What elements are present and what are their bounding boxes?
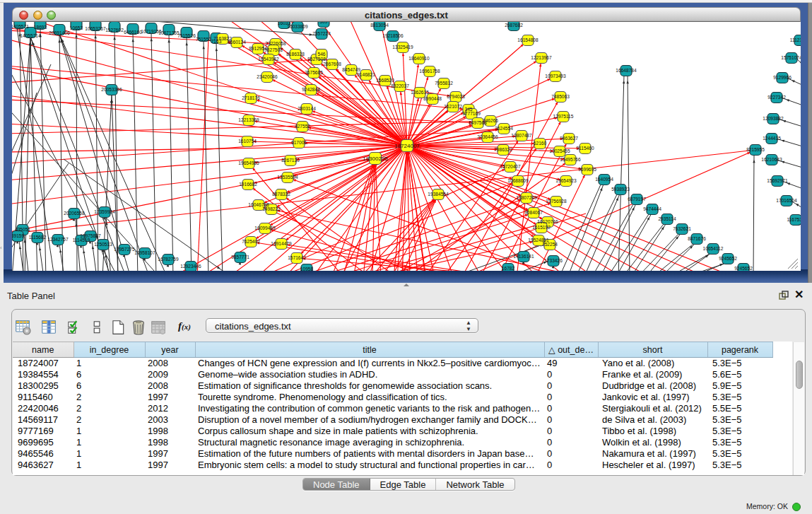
svg-text:9245652: 9245652: [719, 256, 737, 261]
svg-text:8267130: 8267130: [281, 158, 300, 163]
svg-text:16914479: 16914479: [271, 241, 292, 246]
svg-text:2867608: 2867608: [323, 62, 341, 66]
svg-text:19384554: 19384554: [428, 192, 449, 197]
svg-text:10671355: 10671355: [158, 30, 180, 35]
svg-text:8813054: 8813054: [370, 23, 389, 28]
svg-text:14136141: 14136141: [513, 254, 534, 259]
svg-text:1115682: 1115682: [29, 235, 47, 240]
svg-text:17016504: 17016504: [776, 198, 797, 203]
svg-text:6879197: 6879197: [628, 197, 646, 201]
svg-text:10958: 10958: [300, 267, 314, 271]
svg-text:10958107: 10958107: [134, 250, 155, 255]
svg-text:15751074: 15751074: [781, 55, 801, 60]
svg-text:10653: 10653: [70, 25, 83, 30]
svg-text:1167533: 1167533: [787, 217, 801, 222]
svg-text:1610754: 1610754: [238, 139, 257, 144]
svg-text:14055714: 14055714: [20, 33, 41, 38]
svg-text:9777169: 9777169: [462, 111, 481, 116]
svg-text:19756928: 19756928: [546, 199, 567, 204]
svg-text:7357224: 7357224: [312, 31, 331, 36]
svg-text:1621072: 1621072: [444, 104, 462, 109]
svg-text:1244415: 1244415: [763, 136, 781, 141]
svg-text:16099489: 16099489: [254, 226, 276, 230]
svg-text:7485063: 7485063: [551, 94, 570, 99]
svg-text:1114519: 1114519: [73, 238, 90, 243]
svg-text:435051: 435051: [15, 227, 30, 232]
svg-text:1640954: 1640954: [595, 177, 613, 182]
svg-text:6794028: 6794028: [447, 94, 465, 99]
svg-text:19218506: 19218506: [382, 33, 404, 38]
svg-text:16120746: 16120746: [537, 219, 558, 224]
svg-text:8322037: 8322037: [391, 83, 409, 88]
svg-text:546: 546: [317, 52, 325, 57]
svg-text:18300295: 18300295: [363, 156, 388, 162]
svg-text:18724007: 18724007: [394, 143, 420, 149]
svg-text:23420046: 23420046: [257, 74, 278, 79]
svg-text:1250513: 1250513: [94, 242, 112, 247]
svg-text:10654112: 10654112: [703, 246, 724, 251]
svg-text:8186328: 8186328: [286, 52, 305, 57]
svg-text:23226058: 23226058: [265, 41, 286, 46]
svg-text:3624554: 3624554: [495, 126, 513, 131]
svg-text:16782759: 16782759: [158, 257, 179, 262]
svg-text:8912954: 8912954: [249, 46, 267, 51]
svg-text:1615192: 1615192: [532, 225, 551, 230]
svg-text:746266: 746266: [483, 118, 498, 123]
svg-text:20691406: 20691406: [49, 30, 70, 35]
svg-text:3498222: 3498222: [262, 206, 281, 211]
svg-text:12093882: 12093882: [763, 116, 784, 121]
svg-text:16782: 16782: [502, 266, 515, 271]
svg-text:9463627: 9463627: [560, 136, 578, 141]
svg-text:9245652: 9245652: [734, 266, 753, 271]
svg-text:13325419: 13325419: [392, 45, 413, 49]
svg-text:15692971: 15692971: [767, 178, 788, 183]
svg-text:252254: 252254: [542, 242, 558, 247]
svg-text:39159: 39159: [12, 233, 24, 238]
svg-text:9242848: 9242848: [302, 87, 320, 92]
svg-text:2803144: 2803144: [298, 106, 316, 111]
svg-text:9699695: 9699695: [578, 167, 596, 172]
svg-text:8454749: 8454749: [342, 67, 360, 72]
svg-text:19654985: 19654985: [238, 160, 259, 165]
svg-text:427552: 427552: [295, 124, 310, 129]
svg-text:9129966: 9129966: [773, 75, 792, 80]
svg-text:10688609: 10688609: [507, 178, 529, 183]
svg-text:16648784: 16648784: [616, 68, 637, 73]
svg-text:13535594: 13535594: [277, 175, 298, 180]
svg-text:617006: 617006: [291, 140, 307, 145]
svg-text:309: 309: [319, 22, 327, 24]
svg-text:9146821: 9146821: [357, 72, 375, 77]
svg-text:9227342: 9227342: [767, 95, 786, 100]
svg-text:20206558: 20206558: [64, 211, 85, 216]
svg-text:15495766: 15495766: [560, 157, 581, 162]
svg-text:3675685: 3675685: [305, 70, 323, 75]
svg-text:10807487: 10807487: [511, 133, 532, 138]
svg-text:19654923: 19654923: [555, 178, 577, 183]
svg-text:15720407: 15720407: [500, 164, 521, 169]
svg-text:10973493: 10973493: [545, 74, 566, 78]
svg-text:9115460: 9115460: [576, 146, 594, 151]
svg-text:16033809: 16033809: [287, 24, 308, 29]
svg-text:6466160: 6466160: [124, 30, 142, 35]
svg-text:16543942: 16543942: [258, 57, 279, 62]
svg-text:9474444: 9474444: [643, 206, 661, 211]
svg-text:751552: 751552: [196, 37, 211, 42]
svg-text:17957275: 17957275: [114, 247, 135, 252]
svg-text:10025455: 10025455: [549, 148, 570, 153]
svg-text:2718176: 2718176: [242, 95, 260, 100]
svg-text:1362615: 1362615: [411, 90, 429, 95]
svg-text:20053346: 20053346: [101, 87, 122, 92]
svg-text:1568520: 1568520: [376, 78, 394, 83]
svg-text:1916682: 1916682: [239, 182, 257, 187]
svg-text:5938923: 5938923: [611, 187, 630, 192]
svg-text:7625402: 7625402: [242, 239, 260, 244]
svg-text:12923446: 12923446: [180, 264, 201, 269]
svg-text:8990448: 8990448: [423, 96, 442, 101]
svg-text:16154808: 16154808: [517, 37, 539, 42]
svg-text:8215955: 8215955: [746, 147, 765, 152]
svg-text:1405571: 1405571: [12, 24, 29, 29]
svg-text:1527602: 1527602: [105, 28, 124, 33]
svg-text:7632621: 7632621: [673, 226, 691, 231]
svg-text:16961758: 16961758: [419, 69, 440, 74]
svg-text:9527508: 9527508: [307, 57, 326, 62]
